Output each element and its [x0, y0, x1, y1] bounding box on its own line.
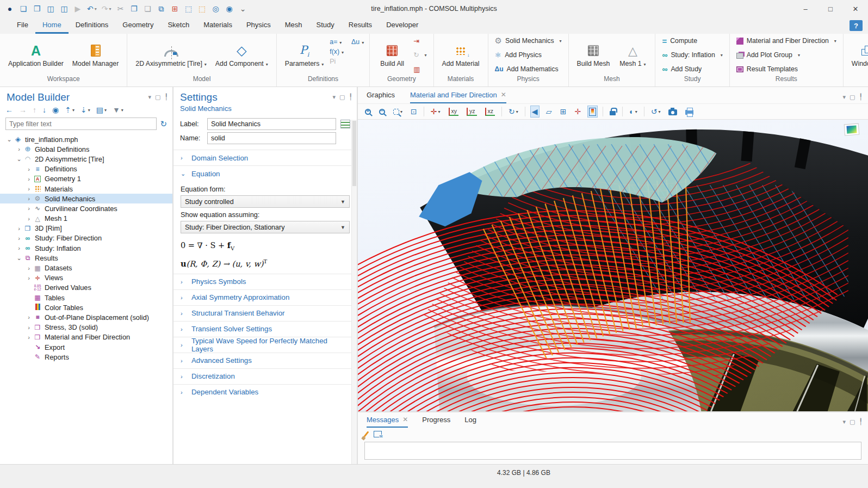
panel-dropdown-icon[interactable]: ▾: [842, 94, 846, 101]
add-physics-button[interactable]: ⚛Add Physics: [495, 49, 562, 61]
label-input[interactable]: [207, 118, 336, 130]
tree-item-views[interactable]: ›Views: [0, 273, 172, 283]
import-geometry-button[interactable]: ⇥: [413, 35, 426, 47]
section-advanced-settings[interactable]: ›Advanced Settings: [173, 353, 357, 368]
section-structural-transient-behavior[interactable]: ›Structural Transient Behavior: [173, 305, 357, 321]
build-mesh-button[interactable]: Build Mesh: [574, 41, 613, 68]
delete-icon[interactable]: ⊞: [171, 4, 179, 14]
equation-form-select[interactable]: Study controlled▼: [181, 195, 350, 208]
panel-dropdown-icon[interactable]: ▾: [332, 94, 336, 101]
expand-node-icon[interactable]: ›: [25, 186, 33, 192]
add-mathematics-button[interactable]: ΔuAdd Mathematics: [495, 63, 562, 75]
view-xy-icon[interactable]: xy: [447, 106, 461, 118]
rotate-icon[interactable]: ↻▾: [507, 106, 520, 118]
compute-button[interactable]: =Compute: [662, 35, 722, 47]
redo-icon[interactable]: ↷▾: [102, 4, 111, 14]
undo-icon[interactable]: ↶▾: [87, 4, 97, 14]
zoom-in-icon[interactable]: [363, 106, 373, 118]
tree-item-2d-axisymmetric-tire[interactable]: ⌄2D Axisymmetric [Tire]: [0, 154, 172, 164]
back-icon[interactable]: ←: [5, 106, 13, 114]
tab-progress[interactable]: Progress: [422, 412, 450, 428]
select-box-icon[interactable]: ⬚: [184, 4, 193, 14]
tree-item-color-tables[interactable]: Color Tables: [0, 302, 172, 312]
expand-node-icon[interactable]: ›: [25, 314, 33, 320]
move-down-icon[interactable]: ↓: [42, 106, 46, 114]
section-physics-symbols[interactable]: ›Physics Symbols: [173, 274, 357, 289]
axisymmetric-component-button[interactable]: 2D Axisymmetric [Tire]: [133, 41, 209, 68]
section-discretization[interactable]: ›Discretization: [173, 368, 357, 384]
menu-geometry[interactable]: Geometry: [115, 17, 160, 34]
menu-mesh[interactable]: Mesh: [278, 17, 309, 34]
menu-materials[interactable]: Materials: [196, 17, 239, 34]
expand-node-icon[interactable]: ›: [25, 275, 33, 281]
paste-icon[interactable]: ❏: [144, 4, 152, 14]
expand-all-icon[interactable]: ⇣▾: [80, 106, 90, 114]
model-manager-button[interactable]: Model Manager: [70, 41, 121, 68]
menu-study[interactable]: Study: [309, 17, 342, 34]
forward-icon[interactable]: →: [19, 106, 27, 114]
tree-item-study-inflation[interactable]: ›Study: Inflation: [0, 243, 172, 253]
filter-input[interactable]: [5, 118, 157, 130]
collapse-node-icon[interactable]: ⌄: [15, 156, 23, 163]
windows-button[interactable]: Windows: [849, 41, 868, 68]
view-xz-icon[interactable]: xz: [483, 106, 497, 118]
tree-item-out-of-plane-displacement-solid[interactable]: ›Out-of-Plane Displacement (solid): [0, 312, 172, 322]
refresh-icon[interactable]: ↻: [160, 119, 167, 129]
panel-pin-icon[interactable]: ╿: [164, 94, 168, 101]
help-button[interactable]: ?: [850, 20, 863, 31]
graphics-canvas[interactable]: [358, 120, 868, 411]
expand-node-icon[interactable]: ›: [25, 215, 33, 222]
maximize-button[interactable]: □: [818, 0, 843, 17]
section-domain-selection[interactable]: › Domain Selection: [173, 150, 357, 165]
filter-icon[interactable]: ▼▾: [113, 106, 123, 114]
tree-item-curvilinear-coordinates[interactable]: ›Curvilinear Coordinates: [0, 203, 172, 213]
tree-item-derived-values[interactable]: Derived Values: [0, 283, 172, 293]
expand-node-icon[interactable]: ›: [25, 176, 33, 182]
build-all-button[interactable]: Build All: [375, 41, 409, 68]
lock-axes-icon[interactable]: [608, 106, 617, 118]
open-messages-window-icon[interactable]: [374, 431, 382, 437]
panel-pin-icon[interactable]: ╿: [859, 418, 863, 425]
messages-output[interactable]: [364, 442, 861, 460]
move-up-icon[interactable]: ↑: [33, 106, 36, 114]
show-icon[interactable]: ◉: [52, 106, 59, 114]
section-typical-wave-speed-for-perfectly-matched-layers[interactable]: ›Typical Wave Speed for Perfectly Matche…: [173, 337, 357, 353]
transparency-icon[interactable]: ▱: [544, 106, 554, 118]
panel-pin-icon[interactable]: ╿: [859, 94, 863, 101]
expand-node-icon[interactable]: ›: [25, 324, 33, 331]
panel-dropdown-icon[interactable]: ▾: [842, 418, 846, 425]
tree-item-tire-inflation-mph[interactable]: ⌄tire_inflation.mph: [0, 134, 172, 144]
save-icon[interactable]: ◫: [46, 4, 55, 14]
rebuild-button[interactable]: ↻: [413, 49, 426, 61]
variables-button[interactable]: a=: [330, 38, 344, 46]
section-equation[interactable]: ⌄ Equation: [173, 165, 357, 181]
collapse-all-icon[interactable]: ⇡▾: [65, 106, 75, 114]
expand-node-icon[interactable]: ›: [25, 195, 33, 202]
menu-definitions[interactable]: Definitions: [69, 17, 116, 34]
tree-item-materials[interactable]: ›Materials: [0, 184, 172, 194]
panel-pin-icon[interactable]: ╿: [349, 94, 352, 101]
find-icon[interactable]: ◎: [212, 4, 220, 14]
application-builder-button[interactable]: A Application Builder: [5, 41, 66, 68]
tree-item-material-and-fiber-direction[interactable]: ›Material and Fiber Direction: [0, 332, 172, 342]
expand-node-icon[interactable]: ›: [25, 334, 33, 341]
panel-float-icon[interactable]: ▢: [155, 94, 160, 101]
tree-item-solid-mechanics[interactable]: ›Solid Mechanics: [0, 194, 172, 203]
menu-results[interactable]: Results: [342, 17, 379, 34]
edit-label-icon[interactable]: [340, 120, 350, 128]
grid-icon[interactable]: ⊞: [559, 106, 568, 118]
expand-node-icon[interactable]: ›: [15, 225, 23, 232]
run-icon[interactable]: ▶: [73, 4, 82, 14]
unselect-box-icon[interactable]: ⬚: [198, 4, 207, 14]
collapse-node-icon[interactable]: ⌄: [15, 255, 23, 262]
menu-home[interactable]: Home: [35, 17, 69, 34]
zoom-box-icon[interactable]: ▾: [392, 106, 404, 118]
expand-node-icon[interactable]: ›: [25, 166, 33, 172]
color-legend-icon[interactable]: [587, 106, 598, 118]
study-inflation-button[interactable]: ∞Study: Inflation: [662, 49, 722, 61]
toolbar-overflow-icon[interactable]: ⌄: [239, 4, 247, 14]
add-plot-group-button[interactable]: Add Plot Group: [736, 49, 836, 61]
tire-3d-render[interactable]: [358, 120, 868, 411]
environment-icon[interactable]: ◐▾: [628, 106, 638, 118]
nonlocal-couplings-button[interactable]: Δu: [351, 38, 364, 46]
